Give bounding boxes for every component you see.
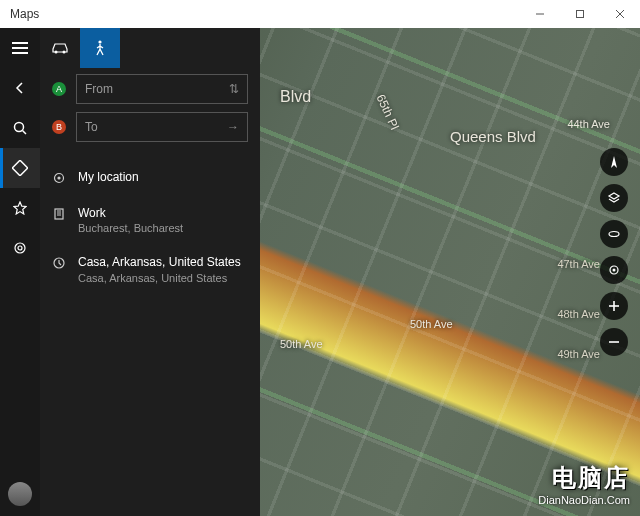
app-body: A ⇅ B →	[0, 28, 640, 516]
svg-rect-9	[12, 160, 28, 176]
recent-label: Casa, Arkansas, United States	[78, 255, 241, 271]
compass-button[interactable]	[600, 148, 628, 176]
minimize-button[interactable]	[520, 0, 560, 28]
directions-icon	[12, 160, 28, 176]
to-field[interactable]: →	[76, 112, 248, 142]
my-location-label: My location	[78, 170, 139, 186]
recent-item[interactable]: Casa, Arkansas, United States Casa, Arka…	[52, 245, 248, 295]
svg-line-8	[23, 131, 27, 135]
map-label-queens: Queens Blvd	[450, 128, 536, 145]
walk-mode-button[interactable]	[80, 28, 120, 68]
suggestion-list: My location Work Bucharest, Bucharest	[40, 154, 260, 301]
directions-panel: A ⇅ B →	[40, 28, 260, 516]
nav-rail	[0, 28, 40, 516]
watermark-small: DianNaoDian.Com	[538, 494, 630, 506]
recent-sub: Casa, Arkansas, United States	[78, 271, 241, 285]
close-button[interactable]	[600, 0, 640, 28]
my-location-item[interactable]: My location	[52, 160, 248, 196]
clock-icon	[52, 255, 66, 269]
svg-point-13	[63, 51, 66, 54]
map-canvas[interactable]: Blvd Queens Blvd 65th Pl 44th Ave 47th A…	[260, 28, 640, 516]
plus-icon	[608, 300, 620, 312]
maximize-button[interactable]	[560, 0, 600, 28]
target-icon	[52, 170, 66, 184]
work-label: Work	[78, 206, 183, 222]
minus-icon	[608, 336, 620, 348]
zoom-out-button[interactable]	[600, 328, 628, 356]
gear-icon	[13, 241, 27, 255]
from-input[interactable]	[85, 82, 229, 96]
maximize-icon	[575, 9, 585, 19]
account-avatar[interactable]	[8, 482, 32, 506]
locate-icon	[607, 263, 621, 277]
svg-rect-1	[577, 11, 584, 18]
close-icon	[615, 9, 625, 19]
svg-point-11	[18, 246, 22, 250]
walk-icon	[95, 40, 105, 56]
tilt-icon	[607, 227, 621, 241]
work-item[interactable]: Work Bucharest, Bucharest	[52, 196, 248, 246]
svg-point-14	[98, 40, 101, 43]
map-label-49th: 49th Ave	[557, 348, 600, 360]
directions-nav[interactable]	[0, 148, 40, 188]
locate-button[interactable]	[600, 256, 628, 284]
search-icon	[13, 121, 27, 135]
app-window: Maps	[0, 0, 640, 516]
svg-point-22	[609, 232, 619, 237]
map-satellite-bg	[260, 28, 640, 516]
to-input[interactable]	[85, 120, 227, 134]
svg-point-7	[15, 123, 24, 132]
swap-icon[interactable]: ⇅	[229, 82, 239, 96]
favorites-nav[interactable]	[0, 188, 40, 228]
search-nav[interactable]	[0, 108, 40, 148]
work-sub: Bucharest, Bucharest	[78, 221, 183, 235]
back-arrow-icon	[13, 81, 27, 95]
route-fields: A ⇅ B →	[40, 68, 260, 154]
window-title: Maps	[10, 7, 39, 21]
watermark-big: 电脑店	[552, 462, 630, 494]
drive-mode-button[interactable]	[40, 28, 80, 68]
map-label-50th-2: 50th Ave	[410, 318, 453, 330]
map-label-48th: 48th Ave	[557, 308, 600, 320]
back-button[interactable]	[0, 68, 40, 108]
map-label-50th-1: 50th Ave	[280, 338, 323, 350]
from-badge: A	[52, 82, 66, 96]
go-arrow-icon[interactable]: →	[227, 120, 239, 134]
map-label-47th: 47th Ave	[557, 258, 600, 270]
map-controls	[600, 148, 628, 356]
titlebar: Maps	[0, 0, 640, 28]
hamburger-button[interactable]	[0, 28, 40, 68]
svg-point-16	[57, 176, 60, 179]
svg-point-24	[613, 269, 616, 272]
minimize-icon	[535, 9, 545, 19]
svg-point-10	[15, 243, 25, 253]
map-label-blvd: Blvd	[280, 88, 311, 106]
map-label-44th: 44th Ave	[567, 118, 610, 130]
compass-icon	[607, 155, 621, 169]
from-row: A ⇅	[52, 74, 248, 104]
window-controls	[520, 0, 640, 28]
hamburger-icon	[12, 42, 28, 54]
star-icon	[13, 201, 27, 215]
layers-button[interactable]	[600, 184, 628, 212]
to-badge: B	[52, 120, 66, 134]
travel-mode-row	[40, 28, 260, 68]
svg-point-12	[55, 51, 58, 54]
from-field[interactable]: ⇅	[76, 74, 248, 104]
layers-icon	[607, 191, 621, 205]
tilt-button[interactable]	[600, 220, 628, 248]
zoom-in-button[interactable]	[600, 292, 628, 320]
settings-nav[interactable]	[0, 228, 40, 268]
car-icon	[51, 41, 69, 55]
building-icon	[52, 206, 66, 220]
to-row: B →	[52, 112, 248, 142]
